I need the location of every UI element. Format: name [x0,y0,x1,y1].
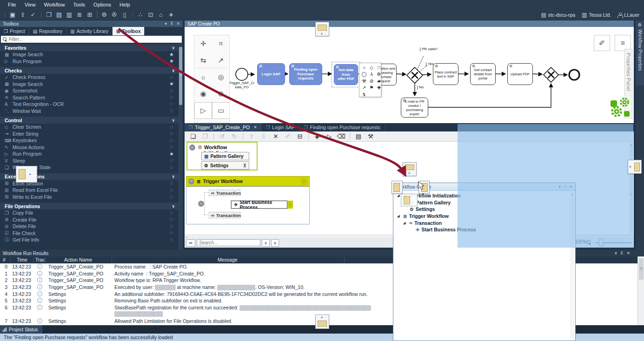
undo-icon[interactable]: ↺ [217,133,228,140]
save-icon[interactable]: ▣ [7,11,18,18]
transaction-block[interactable]: ∞Transaction [209,212,240,218]
tab-workflow-properties[interactable]: ⚙ Workflow Properties [636,20,644,85]
print-icon[interactable]: ▤ [353,133,364,140]
wrench-icon[interactable]: ⚒ [360,78,368,85]
package-icon[interactable]: ⊞ [85,11,95,18]
configure-icon[interactable]: ⚒ [365,133,376,140]
task-get-data-from-offer-pdf[interactable]: ⚙Get data from offer PDF [334,64,358,85]
search-next-button[interactable]: ∨ [271,239,279,247]
toolbox-item[interactable]: ⊖Delete File☆ [0,223,179,230]
diagram-window-title[interactable]: SAP Create PO [185,20,634,27]
pin-icon[interactable]: ⊼ [170,21,173,26]
scrollbar-thumb[interactable] [639,258,644,280]
search-input[interactable] [197,239,260,246]
menu-tools[interactable]: Tools [69,2,89,7]
toolbox-item[interactable]: ⧖Sleep☆ [0,157,179,164]
menu-workflow[interactable]: Workflow [40,2,69,7]
open-workflow-icon[interactable]: ↗ [360,85,368,92]
toolbox-item[interactable]: ⌨Keystrokes☆ [0,137,179,144]
start-business-process-block[interactable]: ✈Start Business Process [231,201,287,209]
diagram-canvas[interactable]: ✛ ⌗ ⇆ ↗ ○ ◎ ◉ ⊗ ▷ ▭ ❒ ▤ Trigger_SAP_Cr e… [185,27,634,123]
favorite-star-icon[interactable]: ★ [168,81,175,87]
task-place-contract-text[interactable]: ⚙Place contract text in SAP [433,63,458,85]
find-button[interactable]: ∞ [186,239,195,247]
expander-icon[interactable]: ◢ [403,221,407,225]
menu-options[interactable]: Options [89,2,115,7]
remote-monitor-icon[interactable]: ⊡ [146,11,156,18]
redo-icon[interactable]: ↻ [229,133,240,140]
toolbox-item[interactable]: AText Recognition - OCR☆ [0,101,179,108]
delete-icon[interactable]: ✕ [270,133,281,140]
favorite-star-icon[interactable]: ☆ [168,88,175,94]
toolbox-item[interactable]: ◇Clear Screen☆ [0,124,179,131]
transport-icon[interactable]: ⊟ [294,133,305,140]
dock-left-guide[interactable]: ◂ [16,166,37,183]
breakpoint-icon[interactable]: ◈ [312,133,323,140]
column-message[interactable]: Message [218,257,238,262]
toolbox-scrollbar[interactable] [179,43,183,250]
task-email-to-pr-creator[interactable]: ⚙E-mail to PR creator / purchasing exper… [401,98,428,118]
favorite-star-icon[interactable]: ☆ [168,108,175,114]
tab-activity-library[interactable]: ▥Activity Library [66,27,113,35]
favorite-star-icon[interactable]: ☆ [168,74,175,80]
favorite-star-icon[interactable]: ☆ [168,101,175,107]
clear-icon[interactable]: ⌫ [336,133,347,140]
column-time[interactable]: Time [17,257,27,262]
collapse-icon[interactable]: − [189,144,195,151]
section-favorites[interactable]: Favorites∨ [0,44,179,51]
run-icon[interactable]: ▷ [324,133,335,140]
tab-project[interactable]: ❒Project [0,27,29,35]
move-down-icon[interactable]: ⇩ [258,133,269,140]
chevron-right-icon[interactable]: » [300,177,307,185]
end-event-icon[interactable]: ◉ [194,85,212,102]
task-upload-pdf[interactable]: ⚙Upload PDF [507,63,533,85]
automation-icon[interactable]: ⚙ [375,71,383,78]
dock-right-guide[interactable]: ▸ [628,160,642,174]
toolbox-item[interactable]: ▦Image Search★ [0,81,179,88]
home-icon[interactable]: ⌂ [156,11,166,18]
favorite-star-icon[interactable]: ☆ [168,237,175,243]
connections-icon[interactable]: ∴ [135,11,146,18]
favorite-star-icon[interactable]: ☆ [168,157,175,164]
trigger-workflow-header[interactable]: − ≣ Trigger Workflow » [186,176,310,186]
attachments-icon[interactable]: ✇ [109,11,120,18]
trigger-icon[interactable]: ↯ [360,91,368,98]
panel-menu-icon[interactable]: ▾ [615,251,617,256]
close-icon[interactable]: ✕ [253,125,257,130]
toolbox-item[interactable]: ⊞Read from Excel File☆ [0,187,179,194]
menu-help[interactable]: Help [115,2,134,7]
start-event-icon[interactable]: ○ [194,69,212,85]
favorite-star-icon[interactable]: ☆ [168,131,175,137]
favorite-star-icon[interactable]: ☆ [168,144,175,150]
validate-icon[interactable]: ✓ [28,11,38,18]
toolbox-item[interactable]: ❐Copy File☆ [0,210,179,216]
toolbar-grip[interactable] [40,12,42,18]
toolbox-item[interactable]: ⊕Create File☆ [0,216,179,223]
document-info-icon[interactable]: ▯ [120,11,130,18]
bookmark-icon[interactable]: ⚑ [368,85,375,92]
favorite-star-icon[interactable]: ☆ [168,180,175,186]
edit-icon[interactable]: ✐ [282,133,293,140]
tab-repository[interactable]: ▤Repository [29,27,67,35]
connector-tool-icon[interactable]: ↗ [212,52,230,69]
report-icon[interactable]: ≣ [74,11,85,18]
tab-trigger-sap-create-po[interactable]: ❒Trigger_SAP_Create_PO✕ [185,123,262,131]
toolbox-item[interactable]: ☑File Check☆ [0,230,179,237]
collapse-icon[interactable]: − [198,201,204,207]
task-finding-open-purchase-requests[interactable]: ⚙Finding open Purchase requests [289,63,322,85]
dock-center-left-guide[interactable] [392,181,403,194]
column-action-name[interactable]: Action Name [64,257,92,262]
settings-icon[interactable]: ⚙ [99,11,109,18]
append-task-icon[interactable]: □ [375,64,383,71]
data-store-tool-icon[interactable]: ▤ [212,119,230,123]
favorite-star-icon[interactable]: ☆ [168,194,175,200]
favorite-star-icon[interactable]: ☆ [168,94,175,100]
append-event-icon[interactable]: ○ [360,64,368,71]
move-up-icon[interactable]: ⇧ [246,133,257,140]
tab-project-status[interactable]: Project Status [0,325,42,334]
favorite-star-icon[interactable]: ☆ [168,164,175,170]
append-gateway-icon[interactable]: ◇ [368,64,375,71]
column-number[interactable]: # [3,257,6,262]
toolbox-item[interactable]: ◉Screenshot☆ [0,87,179,94]
favorite-star-icon[interactable]: ☆ [168,230,175,236]
